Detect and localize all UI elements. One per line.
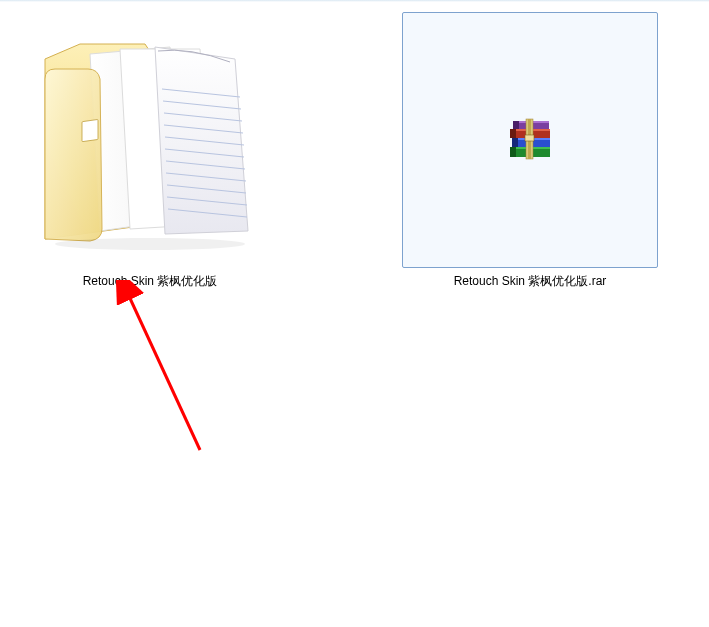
rar-icon-wrap xyxy=(402,12,658,268)
rar-archive-icon xyxy=(506,117,554,164)
file-explorer-view[interactable]: Retouch Skin 紫枫优化版 xyxy=(0,2,709,627)
svg-rect-27 xyxy=(525,135,534,141)
svg-rect-24 xyxy=(513,121,519,129)
file-item-rar[interactable]: Retouch Skin 紫枫优化版.rar xyxy=(400,12,660,290)
file-label: Retouch Skin 紫枫优化版 xyxy=(83,274,218,290)
folder-with-documents-icon xyxy=(30,19,270,262)
svg-rect-18 xyxy=(512,138,518,147)
svg-rect-15 xyxy=(510,147,516,157)
folder-icon-wrap xyxy=(22,12,278,268)
svg-rect-21 xyxy=(510,129,516,138)
items-container: Retouch Skin 紫枫优化版 xyxy=(20,12,689,290)
file-item-folder[interactable]: Retouch Skin 紫枫优化版 xyxy=(20,12,280,290)
file-label: Retouch Skin 紫枫优化版.rar xyxy=(454,274,607,290)
svg-point-12 xyxy=(55,238,245,250)
svg-rect-11 xyxy=(82,119,98,141)
